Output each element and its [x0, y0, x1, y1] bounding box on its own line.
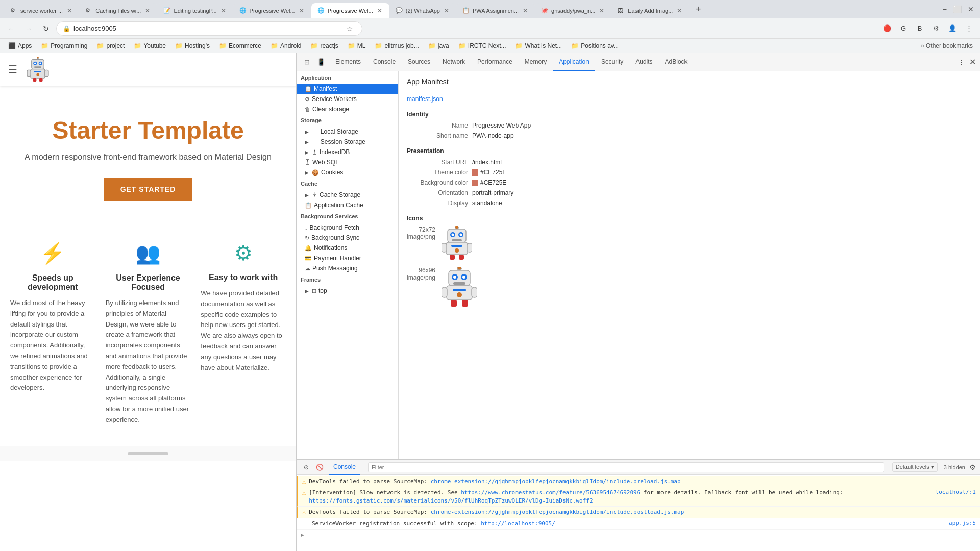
sidebar-clear-storage[interactable]: 🗑 Clear storage — [297, 104, 398, 114]
bookmark-star-button[interactable]: ☆ — [344, 22, 356, 35]
tab-close-9[interactable]: ✕ — [676, 6, 683, 15]
console-settings-icon[interactable]: ⚙ — [969, 463, 976, 471]
tab-close-1[interactable]: ✕ — [66, 6, 73, 15]
tab-github[interactable]: 🐙 gnsaddy/pwa_n... ✕ — [535, 3, 611, 18]
sidebar-bg-sync[interactable]: ↻ Background Sync — [297, 233, 398, 243]
tab-memory[interactable]: Memory — [519, 53, 553, 71]
tab-service-worker[interactable]: ⚙ service worker ... ✕ — [4, 3, 79, 18]
sidebar-notifications[interactable]: 🔔 Notifications — [297, 243, 398, 253]
bookmark-positions[interactable]: 📁 Positions av... — [567, 41, 623, 51]
sidebar-frames-top[interactable]: ▶ ⊡ top — [297, 286, 398, 296]
session-storage-icon: ≡≡ — [312, 139, 318, 145]
devtools-more-button[interactable]: ⋮ — [955, 56, 967, 68]
tab-network[interactable]: Network — [436, 53, 471, 71]
url-bar[interactable]: 🔒 localhost:9005 ☆ — [56, 21, 362, 36]
tab-application[interactable]: Application — [553, 53, 595, 71]
tab-audits[interactable]: Audits — [629, 53, 658, 71]
scope-link[interactable]: http://localhost:9005/ — [481, 520, 555, 527]
maximize-button[interactable]: ⬜ — [951, 3, 964, 15]
tab-easily-add[interactable]: 🖼 Easily Add Imag... ✕ — [611, 3, 689, 18]
tab-performance[interactable]: Performance — [471, 53, 519, 71]
tab-adblock[interactable]: AdBlock — [659, 53, 694, 71]
console-input[interactable] — [306, 532, 976, 538]
intervention-link[interactable]: https://www.chromestatus.com/feature/563… — [461, 489, 640, 496]
menu-button[interactable]: ⋮ — [962, 21, 976, 36]
bg-color-swatch[interactable] — [472, 180, 478, 186]
tab-editing[interactable]: 📝 Editing testingP... ✕ — [157, 3, 233, 18]
console-clear-button[interactable]: ⊘ — [301, 462, 312, 473]
devtools-close-button[interactable]: ✕ — [969, 57, 976, 67]
tab-security[interactable]: Security — [595, 53, 629, 71]
tab-progressive-2[interactable]: 🌐 Progressive Wel... ✕ — [311, 3, 389, 18]
sourcemap-link-1[interactable]: chrome-extension://gjghmmpjobklfepjocnam… — [431, 478, 681, 485]
forward-button[interactable]: → — [21, 21, 36, 36]
extension-button-4[interactable]: ⚙ — [929, 21, 943, 36]
tab-close-5[interactable]: ✕ — [376, 6, 383, 15]
sidebar-session-storage[interactable]: ▶ ≡≡ Session Storage — [297, 137, 398, 147]
sidebar-push-messaging[interactable]: ☁ Push Messaging — [297, 263, 398, 273]
devtools-inspect-button[interactable]: ⊡ — [301, 56, 313, 68]
profile-button[interactable]: 👤 — [945, 21, 960, 36]
bookmark-ml[interactable]: 📁 ML — [344, 41, 370, 51]
bookmark-elitmus[interactable]: 📁 elitmus job... — [371, 41, 423, 51]
sidebar-cookies[interactable]: ▶ 🍪 Cookies — [297, 167, 398, 178]
reload-button[interactable]: ↻ — [39, 21, 53, 36]
start-url-value[interactable]: /index.html — [472, 159, 502, 166]
sidebar-indexeddb[interactable]: ▶ 🗄 IndexedDB — [297, 147, 398, 157]
extension-button-2[interactable]: G — [896, 21, 911, 36]
close-window-button[interactable]: ✕ — [966, 3, 976, 15]
tab-close-6[interactable]: ✕ — [443, 6, 450, 15]
other-bookmarks[interactable]: » Other bookmarks — [918, 41, 976, 51]
bookmark-youtube[interactable]: 📁 Youtube — [130, 41, 170, 51]
console-filter-input[interactable] — [368, 462, 884, 472]
console-level-selector[interactable]: Default levels ▾ — [892, 462, 938, 472]
fonts-link[interactable]: https://fonts.gstatic.com/s/materialicon… — [309, 497, 593, 504]
sourcemap-link-2[interactable]: chrome-extension://gjghmmpjobklfepjocnam… — [431, 509, 684, 515]
bookmark-reactjs[interactable]: 📁 reactjs — [306, 41, 342, 51]
bookmark-android[interactable]: 📁 Android — [266, 41, 305, 51]
console-tab-label[interactable]: Console — [329, 460, 360, 475]
tab-console[interactable]: Console — [367, 53, 402, 71]
tab-pwa[interactable]: 📋 PWA Assignmen... ✕ — [456, 3, 535, 18]
tab-close-7[interactable]: ✕ — [522, 6, 529, 15]
horizontal-scrollbar[interactable] — [128, 452, 168, 455]
indexeddb-icon: 🗄 — [312, 149, 317, 155]
sidebar-cache-storage[interactable]: ▶ 🗄 Cache Storage — [297, 190, 398, 200]
console-filter-icon[interactable]: 🚫 — [314, 462, 325, 473]
sidebar-payment-handler[interactable]: 💳 Payment Handler — [297, 253, 398, 263]
extension-button-3[interactable]: B — [913, 21, 927, 36]
bookmark-whatisnet[interactable]: 📁 What Is Net... — [511, 41, 566, 51]
tab-caching-files[interactable]: ⚙ Caching Files wi... ✕ — [79, 3, 157, 18]
sidebar-web-sql[interactable]: 🗄 Web SQL — [297, 157, 398, 167]
tab-close-3[interactable]: ✕ — [220, 6, 227, 15]
tab-whatsapp[interactable]: 💬 (2) WhatsApp ✕ — [389, 3, 456, 18]
tab-sources[interactable]: Sources — [402, 53, 436, 71]
sidebar-bg-fetch[interactable]: ↓ Background Fetch — [297, 222, 398, 233]
bookmark-programming[interactable]: 📁 Programming — [37, 41, 91, 51]
tab-close-8[interactable]: ✕ — [598, 6, 605, 15]
extension-button-1[interactable]: 🔴 — [880, 21, 894, 36]
devtools-device-button[interactable]: 📱 — [315, 56, 327, 68]
get-started-button[interactable]: GET STARTED — [104, 178, 192, 201]
sidebar-app-cache[interactable]: 📋 Application Cache — [297, 200, 398, 210]
tab-elements[interactable]: Elements — [329, 53, 367, 71]
manifest-json-link[interactable]: manifest.json — [407, 95, 443, 103]
bookmark-apps[interactable]: ⬛ Apps — [4, 41, 36, 51]
hamburger-menu-button[interactable]: ☰ — [8, 63, 17, 76]
sidebar-service-workers[interactable]: ⚙ Service Workers — [297, 94, 398, 104]
back-button[interactable]: ← — [4, 21, 18, 36]
bookmark-project[interactable]: 📁 project — [92, 41, 129, 51]
minimize-button[interactable]: − — [941, 3, 949, 15]
bookmark-ecommerce[interactable]: 📁 Ecommerce — [215, 41, 265, 51]
manifest-icon: 📋 — [305, 86, 312, 92]
tab-close-2[interactable]: ✕ — [144, 6, 151, 15]
sidebar-manifest[interactable]: 📋 Manifest — [297, 84, 398, 94]
new-tab-button[interactable]: + — [691, 2, 705, 16]
tab-progressive-1[interactable]: 🌐 Progressive Wel... ✕ — [233, 3, 311, 18]
bookmark-java[interactable]: 📁 java — [424, 41, 453, 51]
theme-color-swatch[interactable] — [472, 169, 478, 176]
tab-close-4[interactable]: ✕ — [298, 6, 305, 15]
bookmark-irctc[interactable]: 📁 IRCTC Next... — [454, 41, 510, 51]
sidebar-local-storage[interactable]: ▶ ≡≡ Local Storage — [297, 127, 398, 137]
bookmark-hosting[interactable]: 📁 Hosting's — [171, 41, 214, 51]
